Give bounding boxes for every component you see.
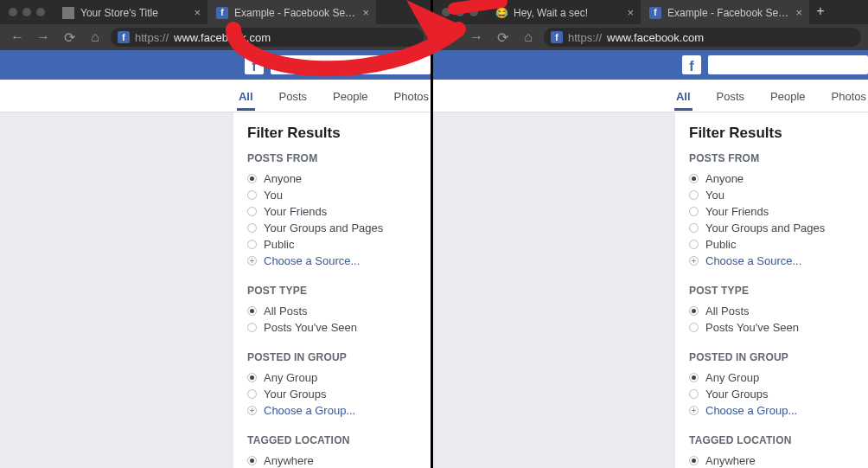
back-button[interactable]: ← — [440, 27, 461, 48]
home-button[interactable]: ⌂ — [85, 27, 105, 48]
filter-choose-link[interactable]: +Choose a Source... — [689, 253, 854, 269]
filter-heading: POSTS FROM — [689, 152, 854, 164]
filter-option[interactable]: Public — [689, 236, 854, 253]
browser-tab-facebook[interactable]: f Example - Facebook Search × — [207, 0, 376, 24]
facebook-search-input[interactable] — [271, 55, 431, 74]
filter-option[interactable]: Your Friends — [689, 203, 854, 220]
facebook-logo-icon[interactable]: f — [245, 55, 264, 74]
filter-option[interactable]: Your Groups — [689, 386, 854, 402]
forward-icon: → — [36, 29, 50, 45]
svg-rect-0 — [62, 7, 74, 19]
tab-all[interactable]: All — [674, 81, 692, 111]
tab-close-icon[interactable]: × — [795, 6, 802, 19]
site-identity-facebook-icon: f — [551, 31, 563, 43]
radio-icon — [247, 207, 257, 216]
facebook-logo-icon[interactable]: f — [682, 55, 701, 74]
browser-tab-waitasec[interactable]: 😂 Hey, Wait a sec! × — [487, 0, 641, 24]
filter-panel: Filter Results POSTS FROMAnyoneYouYour F… — [675, 112, 868, 468]
reload-button[interactable]: ⟳ — [59, 27, 80, 48]
facebook-search-input[interactable] — [708, 55, 868, 74]
new-tab-button[interactable]: + — [809, 0, 832, 22]
choose-link-label: Choose a Source... — [705, 254, 801, 267]
filter-option[interactable]: Your Groups and Pages — [689, 220, 854, 236]
tab-posts[interactable]: Posts — [278, 81, 310, 111]
radio-icon — [247, 373, 257, 382]
tab-people[interactable]: People — [331, 81, 369, 111]
filter-heading: POST TYPE — [247, 285, 417, 297]
filter-option[interactable]: All Posts — [689, 303, 854, 319]
filter-option[interactable]: Posts You've Seen — [689, 319, 854, 336]
filter-option[interactable]: Anywhere — [689, 452, 854, 468]
traffic-light-close[interactable] — [442, 8, 450, 16]
filter-option[interactable]: Anyone — [689, 170, 854, 187]
content-area: Filter Results POSTS FROMAnyoneYouYour F… — [0, 112, 431, 468]
back-button[interactable]: ← — [7, 27, 28, 48]
filter-option[interactable]: Your Friends — [247, 203, 417, 220]
tab-close-icon[interactable]: × — [627, 6, 634, 19]
filter-option-label: You — [264, 189, 283, 202]
traffic-light-min[interactable] — [456, 8, 464, 16]
filter-choose-link[interactable]: +Choose a Source... — [247, 253, 417, 269]
traffic-light-close[interactable] — [9, 8, 17, 16]
filter-panel: Filter Results POSTS FROMAnyoneYouYour F… — [233, 112, 431, 468]
filter-choose-link[interactable]: +Choose a Group... — [689, 402, 854, 419]
filter-option[interactable]: You — [247, 187, 417, 203]
radio-icon — [689, 456, 699, 465]
radio-icon — [247, 223, 257, 233]
browser-tab-store[interactable]: Your Store's Title × — [54, 0, 207, 24]
browser-tab-facebook[interactable]: f Example - Facebook Search × — [641, 0, 809, 24]
tab-close-icon[interactable]: × — [362, 6, 369, 19]
filter-option-label: Posts You've Seen — [705, 321, 799, 334]
filter-option-label: Anyone — [264, 172, 302, 185]
plus-icon: + — [816, 3, 824, 19]
filter-option[interactable]: Anywhere — [247, 452, 417, 468]
tab-posts[interactable]: Posts — [715, 81, 747, 111]
plus-circle-icon: + — [689, 406, 699, 415]
filter-heading: POSTS FROM — [247, 152, 417, 164]
filter-option[interactable]: Any Group — [247, 369, 417, 386]
filter-option[interactable]: Anyone — [247, 170, 417, 187]
traffic-light-min[interactable] — [22, 8, 31, 16]
filter-option[interactable]: Public — [247, 236, 417, 253]
tab-all[interactable]: All — [237, 81, 255, 111]
filter-option-label: Posts You've Seen — [264, 321, 357, 334]
favicon-facebook-icon: f — [649, 7, 661, 19]
tab-photos[interactable]: Photos — [393, 81, 431, 111]
tab-people[interactable]: People — [769, 81, 807, 111]
filter-title: Filter Results — [689, 125, 854, 142]
radio-icon — [689, 373, 699, 382]
filter-option-label: Your Groups and Pages — [705, 221, 825, 234]
filter-option-label: All Posts — [264, 305, 308, 317]
tab-photos[interactable]: Photos — [830, 81, 868, 111]
filter-option[interactable]: Your Groups and Pages — [247, 220, 417, 236]
filter-option[interactable]: You — [689, 187, 854, 203]
filter-option-label: All Posts — [705, 305, 750, 317]
filter-section: POSTED IN GROUPAny GroupYour Groups+Choo… — [689, 351, 854, 419]
favicon-facebook-icon: f — [216, 7, 228, 19]
tab-close-icon[interactable]: × — [194, 6, 201, 19]
traffic-light-max[interactable] — [469, 8, 478, 16]
filter-choose-link[interactable]: +Choose a Group... — [247, 402, 417, 419]
forward-button[interactable]: → — [466, 27, 487, 48]
filter-option-label: Your Groups and Pages — [264, 221, 383, 234]
filter-option-label: Anywhere — [705, 454, 756, 467]
filter-option[interactable]: Any Group — [689, 369, 854, 386]
radio-icon — [689, 207, 699, 216]
radio-icon — [247, 174, 257, 183]
omnibox[interactable]: f https://www.facebook.com — [111, 28, 424, 47]
left-column-placeholder — [0, 112, 233, 468]
tab-title: Example - Facebook Search — [234, 7, 356, 19]
filter-option[interactable]: Your Groups — [247, 386, 417, 402]
filter-option[interactable]: Posts You've Seen — [247, 319, 417, 336]
filter-option-label: Public — [705, 238, 736, 251]
radio-icon — [247, 323, 257, 332]
plus-circle-icon: + — [689, 256, 699, 266]
traffic-light-max[interactable] — [36, 8, 45, 16]
tab-title: Your Store's Title — [80, 7, 188, 19]
home-button[interactable]: ⌂ — [518, 27, 539, 48]
filter-option[interactable]: All Posts — [247, 303, 417, 319]
omnibox[interactable]: f https://www.facebook.com — [544, 28, 861, 47]
reload-button[interactable]: ⟳ — [492, 27, 513, 48]
reload-icon: ⟳ — [497, 29, 508, 46]
forward-button[interactable]: → — [33, 27, 54, 48]
